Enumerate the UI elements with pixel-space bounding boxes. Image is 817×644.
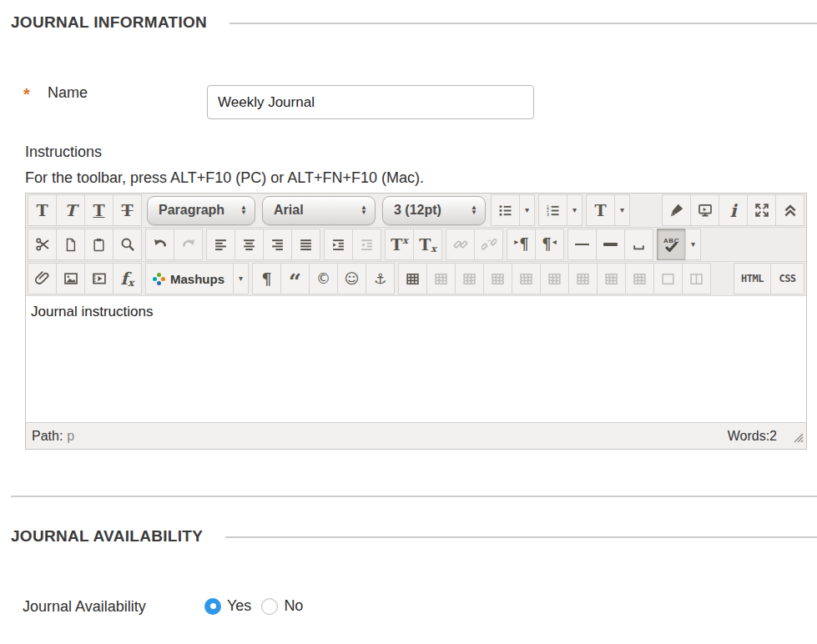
subscript-button[interactable]: Tx [413,229,442,260]
outdent-button[interactable] [352,229,381,260]
delete-row-icon [547,272,562,286]
mashups-button[interactable]: Mashups [145,263,234,294]
css-source-button[interactable]: CSS [770,263,804,294]
rtl-paragraph-button[interactable]: ¶◂ [535,229,564,260]
bullet-list-button[interactable] [491,194,520,226]
font-family-value: Arial [274,203,356,218]
availability-yes-radio[interactable] [204,598,221,615]
align-center-button[interactable] [235,229,264,260]
undo-button[interactable] [145,229,174,260]
numbered-list-menu-button[interactable]: ▾ [567,194,582,226]
horizontal-rule-button[interactable] [596,229,625,260]
insert-column-left-button[interactable] [568,263,598,294]
font-size-select[interactable]: 3 (12pt)▲▼ [382,196,486,225]
merge-cells-button[interactable] [653,263,683,294]
insert-column-left-icon [576,272,590,286]
highlight-button[interactable] [662,194,691,226]
preview-button[interactable] [690,194,719,226]
spellcheck-menu-button[interactable]: ▾ [685,229,701,260]
redo-button[interactable] [174,229,203,260]
paragraph-format-value: Paragraph [159,203,235,218]
rtl-paragraph-icon: ¶◂ [542,237,557,252]
insert-row-below-button[interactable] [512,263,541,294]
table-cell-properties-button[interactable] [455,263,484,294]
bold-icon: T [36,203,48,219]
name-input[interactable] [207,85,534,119]
emoticon-button[interactable]: ☺ [337,263,366,294]
indent-button[interactable] [324,229,353,260]
broken-link-icon [482,237,497,252]
mashups-menu-button[interactable]: ▾ [233,263,249,294]
button-group: ▾ [491,194,534,226]
table-row-properties-button[interactable] [426,263,456,294]
math-editor-button[interactable]: fx [113,263,142,294]
copy-button[interactable] [56,229,85,260]
find-replace-button[interactable] [113,229,142,260]
about-editor-button[interactable]: i [719,194,748,226]
align-justify-button[interactable] [291,229,320,260]
font-family-select[interactable]: Arial▲▼ [262,196,376,225]
editor-resize-handle-icon[interactable] [793,431,804,446]
cut-button[interactable] [28,229,57,260]
header-rule [225,536,817,538]
insert-row-above-button[interactable] [483,263,512,294]
paste-button[interactable] [84,229,113,260]
bold-button[interactable]: T [28,194,57,226]
numbered-list-button[interactable]: 123 [538,194,567,226]
availability-no-label: No [284,597,303,615]
stepper-arrows-icon: ▲▼ [240,205,247,215]
copyright-button[interactable]: © [309,263,338,294]
insert-column-right-button[interactable] [597,263,626,294]
html-source-button[interactable]: HTML [734,263,771,294]
ltr-paragraph-button[interactable]: ▸¶ [507,229,536,260]
bullet-list-menu-button[interactable]: ▾ [519,194,535,226]
superscript-button[interactable]: Tx [385,229,414,260]
numbered-list-icon: 123 [546,204,560,218]
spellcheck-button[interactable]: ABC [657,229,686,260]
delete-column-button[interactable] [625,263,654,294]
table-row-properties-icon [434,272,448,286]
pilcrow-icon: ¶ [261,271,271,287]
path-element[interactable]: p [67,429,74,444]
paragraph-format-select[interactable]: Paragraph▲▼ [147,196,255,225]
text-color-icon: T [594,203,606,219]
italic-button[interactable]: T [56,194,85,226]
underline-button[interactable]: T [84,194,113,226]
editor-content-area[interactable]: Journal instructions [26,296,806,422]
insert-link-button[interactable] [446,229,475,260]
button-group: T▾ [586,194,629,226]
split-cells-button[interactable] [682,263,711,294]
text-color-menu-button[interactable]: ▾ [614,194,630,226]
toolbar-row: TxTx▸¶¶◂ABC▾ [26,228,806,262]
button-group: fx [28,263,141,294]
nonbreaking-space-button[interactable] [624,229,653,260]
toolbar-row: fxMashups▾¶“©☺⚓HTMLCSS [26,262,806,296]
align-right-button[interactable] [263,229,292,260]
caret-down-icon: ▾ [525,206,529,214]
blockquote-button[interactable]: “ [280,263,310,294]
horizontal-line-button[interactable] [567,229,597,260]
show-paragraph-button[interactable]: ¶ [252,263,281,294]
insert-image-button[interactable] [56,263,85,294]
button-group [324,229,381,260]
delete-row-button[interactable] [540,263,569,294]
align-left-button[interactable] [206,229,235,260]
collapse-toolbar-button[interactable] [775,194,804,226]
blockquote-icon: “ [289,270,301,286]
availability-no-radio[interactable] [261,598,278,615]
button-group: i [662,194,804,226]
insert-video-button[interactable] [84,263,113,294]
availability-yes-label: Yes [227,597,251,615]
header-rule [229,23,817,24]
underline-icon: T [93,203,104,219]
strikethrough-button[interactable]: T [113,194,142,226]
insert-table-button[interactable] [398,263,427,294]
remove-link-button[interactable] [474,229,503,260]
button-group: HTMLCSS [734,263,804,294]
svg-text:3: 3 [547,212,549,217]
anchor-button[interactable]: ⚓ [366,263,395,294]
text-color-button[interactable]: T [586,194,615,226]
fullscreen-button[interactable] [747,194,776,226]
stepper-arrows-icon: ▲▼ [471,205,477,215]
attach-file-button[interactable] [28,263,57,294]
